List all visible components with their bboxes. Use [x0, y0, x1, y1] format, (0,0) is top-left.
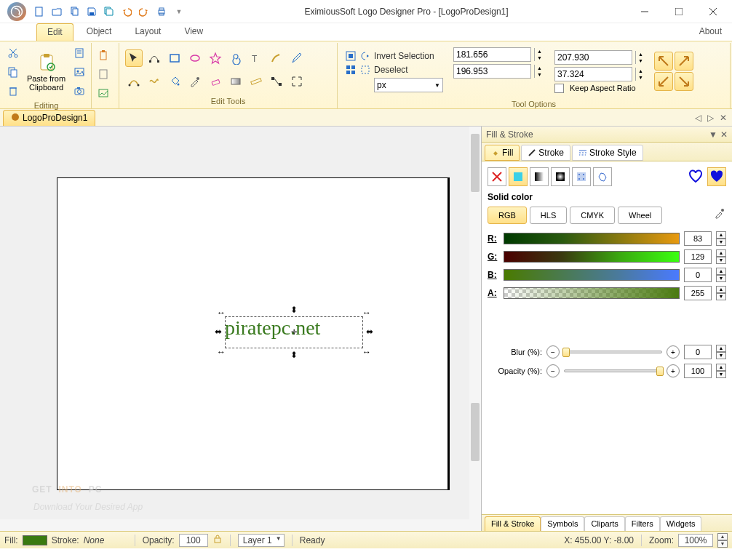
undo-icon[interactable]: [121, 6, 132, 17]
print-icon[interactable]: [156, 6, 167, 17]
x-input[interactable]: 181.656: [453, 47, 531, 62]
dropper-tool-icon[interactable]: [186, 73, 204, 90]
tab-stroke-style[interactable]: Stroke Style: [572, 145, 643, 161]
deselect-label[interactable]: Deselect: [374, 65, 443, 75]
about-link[interactable]: About: [689, 23, 732, 41]
fill-none-icon[interactable]: [488, 167, 506, 186]
sb-layer-select[interactable]: Layer 1▼: [238, 534, 285, 547]
blur-slider[interactable]: [564, 351, 662, 353]
select-tool-icon[interactable]: [125, 49, 143, 67]
image-icon[interactable]: [95, 84, 112, 102]
a-value[interactable]: 255: [684, 286, 712, 300]
vertical-scrollbar[interactable]: [469, 127, 481, 531]
rect-tool-icon[interactable]: [166, 49, 183, 67]
tab-fill[interactable]: Fill: [485, 145, 520, 161]
b-slider[interactable]: [504, 269, 680, 281]
blur-spinner[interactable]: ▲▼: [716, 345, 726, 359]
tab-prev-icon[interactable]: ◁: [693, 113, 704, 123]
measure-tool-icon[interactable]: [247, 73, 265, 90]
wheel-button[interactable]: Wheel: [618, 207, 662, 224]
select-mode-icon[interactable]: [345, 50, 357, 62]
tab-close-icon[interactable]: ✕: [717, 113, 729, 123]
btab-fill-stroke[interactable]: Fill & Stroke: [485, 516, 541, 531]
blur-plus-button[interactable]: +: [667, 345, 680, 359]
r-value[interactable]: 83: [684, 231, 712, 246]
spiral-tool-icon[interactable]: [227, 49, 244, 67]
handle-center[interactable]: ✛: [290, 328, 298, 335]
blur-value[interactable]: 0: [684, 345, 712, 359]
tab-edit[interactable]: Edit: [36, 23, 73, 41]
handle-bl[interactable]: ↔: [218, 348, 225, 356]
b-value[interactable]: 0: [684, 268, 712, 282]
handle-br[interactable]: ↔: [363, 348, 370, 356]
panel-menu-icon[interactable]: ▼: [709, 129, 717, 140]
invert-selection-label[interactable]: Invert Selection: [374, 51, 443, 61]
pencil-tool-icon[interactable]: [288, 49, 306, 67]
sb-zoom-spinner[interactable]: ▲▼: [717, 533, 728, 548]
g-value[interactable]: 129: [684, 249, 712, 264]
fill-radial-icon[interactable]: [551, 167, 570, 186]
r-spinner[interactable]: ▲▼: [716, 231, 726, 246]
hls-button[interactable]: HLS: [530, 207, 567, 224]
heart-outline-icon[interactable]: [686, 167, 705, 186]
open-icon[interactable]: [51, 6, 63, 17]
fill-solid-icon[interactable]: [509, 167, 528, 186]
redo-icon[interactable]: [138, 6, 150, 17]
maximize-button[interactable]: [662, 1, 695, 22]
width-input[interactable]: 196.953: [453, 64, 531, 79]
tab-layout[interactable]: Layout: [124, 23, 171, 41]
tab-view[interactable]: View: [174, 23, 213, 41]
r-slider[interactable]: [504, 233, 680, 244]
unit-select[interactable]: px▼: [374, 78, 443, 92]
y-input[interactable]: 207.930: [554, 50, 632, 65]
handle-t[interactable]: ⬍: [290, 306, 298, 313]
calligraphy-tool-icon[interactable]: [268, 49, 285, 67]
corner-tl-button[interactable]: [654, 52, 673, 71]
sb-stroke-value[interactable]: None: [84, 535, 127, 545]
corner-bl-button[interactable]: [654, 72, 673, 91]
a-spinner[interactable]: ▲▼: [716, 286, 726, 300]
opacity-slider[interactable]: [564, 369, 662, 372]
sb-zoom-value[interactable]: 100%: [678, 534, 713, 547]
picture-icon[interactable]: [71, 63, 88, 81]
canvas-page[interactable]: piratepc.net ↔ ⬍ ↔ ⬌ ⬌ ↔ ⬍ ↔ ✛: [57, 177, 450, 490]
heart-fill-icon[interactable]: [707, 167, 726, 186]
horizontal-scrollbar[interactable]: [0, 519, 469, 531]
keep-aspect-checkbox[interactable]: [554, 84, 564, 93]
canvas-area[interactable]: piratepc.net ↔ ⬍ ↔ ⬌ ⬌ ↔ ⬍ ↔ ✛ GET INTO …: [0, 127, 482, 531]
blur-minus-button[interactable]: −: [546, 345, 560, 359]
connector-tool-icon[interactable]: [268, 73, 285, 90]
rgb-button[interactable]: RGB: [488, 207, 527, 224]
g-spinner[interactable]: ▲▼: [716, 249, 726, 264]
document-tab[interactable]: LogoProDesign1: [3, 110, 95, 126]
handle-b[interactable]: ⬍: [290, 351, 298, 359]
copy-icon[interactable]: [68, 6, 80, 17]
sb-opacity-value[interactable]: 100: [179, 534, 208, 547]
camera-icon[interactable]: [71, 82, 88, 100]
btab-filters[interactable]: Filters: [625, 516, 660, 531]
page-icon[interactable]: [95, 65, 112, 83]
doc-icon[interactable]: [71, 44, 88, 62]
opacity-value[interactable]: 100: [684, 364, 712, 378]
clipboard-icon[interactable]: [95, 47, 112, 64]
tab-next-icon[interactable]: ▷: [705, 113, 716, 123]
save-icon[interactable]: [86, 6, 98, 17]
freehand-tool-icon[interactable]: [146, 73, 163, 90]
opacity-minus-button[interactable]: −: [546, 364, 560, 377]
handle-tr[interactable]: ↔: [363, 309, 370, 316]
sb-lock-icon[interactable]: [212, 534, 223, 546]
copy-icon[interactable]: [4, 63, 22, 81]
cmyk-button[interactable]: CMYK: [570, 207, 615, 224]
node-tool-icon[interactable]: [146, 49, 163, 67]
gradient-tool-icon[interactable]: [227, 73, 244, 90]
handle-l[interactable]: ⬌: [215, 328, 222, 335]
height-input[interactable]: 37.324: [554, 67, 632, 81]
handle-r[interactable]: ⬌: [366, 328, 373, 335]
a-slider[interactable]: [504, 287, 680, 299]
sb-fill-swatch[interactable]: [23, 535, 47, 545]
zoom-tool-icon[interactable]: [288, 73, 306, 90]
g-slider[interactable]: [504, 251, 680, 263]
selected-object[interactable]: piratepc.net ↔ ⬍ ↔ ⬌ ⬌ ↔ ⬍ ↔ ✛: [225, 316, 363, 348]
new-icon[interactable]: [33, 6, 45, 17]
corner-tr-button[interactable]: [675, 52, 693, 71]
